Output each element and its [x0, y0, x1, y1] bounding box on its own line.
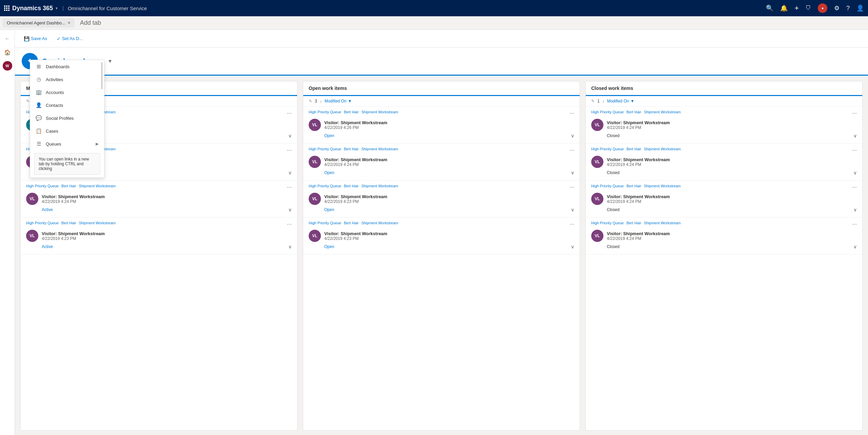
work-card[interactable]: High Priority Queue Bert Hair Shipment W… — [586, 218, 862, 254]
help-icon[interactable]: ? — [846, 5, 850, 12]
card-more-icon[interactable]: ⋯ — [570, 185, 574, 190]
card-expand-icon[interactable]: ∨ — [571, 170, 574, 175]
agent-tag[interactable]: Bert Hair — [344, 184, 359, 188]
work-card[interactable]: High Priority Queue Bert Hair Shipment W… — [303, 218, 580, 254]
work-card[interactable]: High Priority Queue Bert Hair Shipment W… — [21, 181, 297, 218]
dropdown-dashboards[interactable]: ⊞ Dashboards — [30, 60, 104, 73]
work-card[interactable]: High Priority Queue Bert Hair Shipment W… — [586, 144, 862, 181]
tab-label: Omnichannel Agent Dashbo... — [7, 20, 65, 25]
search-icon[interactable]: 🔍 — [766, 4, 773, 12]
queue-tag[interactable]: High Priority Queue — [591, 147, 624, 151]
open-items-sort-label[interactable]: Modified On ▼ — [325, 99, 352, 103]
card-more-icon[interactable]: ⋯ — [287, 185, 292, 190]
agent-tag[interactable]: Bert Hair — [61, 221, 76, 225]
dropdown-queues[interactable]: ☰ Queues ▶ — [30, 137, 104, 150]
closed-items-sort-label[interactable]: Modified On ▼ — [607, 99, 635, 103]
card-expand-icon[interactable]: ∨ — [288, 133, 292, 138]
user-icon[interactable]: 👤 — [856, 4, 864, 12]
card-expand-icon[interactable]: ∨ — [853, 170, 857, 175]
workstream-tag[interactable]: Shipment Workstream — [79, 221, 116, 225]
queue-tag[interactable]: High Priority Queue — [309, 221, 341, 225]
workstream-tag[interactable]: Shipment Workstream — [644, 110, 681, 114]
queue-tag[interactable]: High Priority Queue — [26, 184, 59, 188]
work-card[interactable]: High Priority Queue Bert Hair Shipment W… — [586, 181, 862, 218]
card-expand-icon[interactable]: ∨ — [853, 207, 857, 212]
card-expand-icon[interactable]: ∨ — [571, 244, 574, 249]
card-more-icon[interactable]: ⋯ — [287, 148, 292, 153]
dropdown-scrollbar[interactable] — [101, 60, 103, 137]
agent-tag[interactable]: Bert Hair — [344, 147, 359, 151]
card-date: 4/22/2019 4:24 PM — [607, 236, 857, 241]
card-expand-icon[interactable]: ∨ — [853, 244, 857, 249]
card-expand-icon[interactable]: ∨ — [288, 207, 292, 212]
card-more-icon[interactable]: ⋯ — [852, 222, 857, 227]
agent-tag[interactable]: Bert Hair — [344, 110, 359, 114]
card-expand-icon[interactable]: ∨ — [571, 133, 574, 138]
workstream-tag[interactable]: Shipment Workstream — [644, 221, 681, 225]
card-expand-icon[interactable]: ∨ — [288, 244, 292, 249]
visitor-avatar: VL — [591, 119, 603, 131]
card-more-icon[interactable]: ⋯ — [852, 111, 857, 116]
workstream-tag[interactable]: Shipment Workstream — [361, 221, 398, 225]
closed-items-sort-icon[interactable]: ↓ — [602, 99, 604, 103]
card-more-icon[interactable]: ⋯ — [287, 222, 292, 227]
page-title-expand-icon[interactable]: ▼ — [108, 58, 112, 64]
accounts-icon: 🏢 — [36, 89, 42, 95]
card-more-icon[interactable]: ⋯ — [570, 222, 574, 227]
queue-tag[interactable]: High Priority Queue — [309, 110, 341, 114]
workstream-tag[interactable]: Shipment Workstream — [644, 184, 681, 188]
current-tab[interactable]: Omnichannel Agent Dashbo... ✕ — [3, 18, 75, 27]
card-more-icon[interactable]: ⋯ — [287, 111, 292, 116]
dropdown-contacts[interactable]: 👤 Contacts — [30, 99, 104, 112]
dropdown-cases[interactable]: 📋 Cases — [30, 125, 104, 137]
top-nav-actions: 🔍 🔔 + ⛉ ● ⚙ ? 👤 — [766, 3, 864, 13]
save-as-button[interactable]: 💾 Save As — [20, 34, 51, 43]
card-more-icon[interactable]: ⋯ — [570, 111, 574, 116]
bell-icon[interactable]: 🔔 — [780, 4, 788, 12]
queue-tag[interactable]: High Priority Queue — [26, 221, 59, 225]
agent-tag[interactable]: Bert Hair — [61, 184, 76, 188]
workstream-tag[interactable]: Shipment Workstream — [644, 147, 681, 151]
card-more-icon[interactable]: ⋯ — [570, 148, 574, 153]
sidebar-back-button[interactable]: ← — [1, 33, 14, 45]
card-expand-icon[interactable]: ∨ — [853, 133, 857, 138]
settings-icon[interactable]: ⚙ — [834, 4, 840, 12]
queue-tag[interactable]: High Priority Queue — [591, 184, 624, 188]
agent-tag[interactable]: Bert Hair — [626, 147, 641, 151]
workstream-tag[interactable]: Shipment Workstream — [361, 110, 398, 114]
agent-tag[interactable]: Bert Hair — [626, 184, 641, 188]
plus-icon[interactable]: + — [794, 4, 799, 13]
card-status: Open — [324, 244, 334, 249]
work-card[interactable]: High Priority Queue Bert Hair Shipment W… — [21, 218, 297, 254]
card-more-icon[interactable]: ⋯ — [852, 185, 857, 190]
queue-tag[interactable]: High Priority Queue — [591, 221, 624, 225]
queue-tag[interactable]: High Priority Queue — [591, 110, 624, 114]
work-card[interactable]: High Priority Queue Bert Hair Shipment W… — [586, 107, 862, 144]
card-expand-icon[interactable]: ∨ — [288, 170, 292, 175]
workstream-tag[interactable]: Shipment Workstream — [79, 184, 116, 188]
agent-tag[interactable]: Bert Hair — [626, 221, 641, 225]
card-expand-icon[interactable]: ∨ — [571, 207, 574, 212]
workstream-tag[interactable]: Shipment Workstream — [361, 147, 398, 151]
visitor-avatar: VL — [591, 156, 603, 168]
agent-tag[interactable]: Bert Hair — [626, 110, 641, 114]
app-title[interactable]: Dynamics 365 ▼ — [12, 5, 58, 12]
work-card[interactable]: High Priority Queue Bert Hair Shipment W… — [303, 144, 580, 181]
workstream-tag[interactable]: Shipment Workstream — [361, 184, 398, 188]
set-as-default-button[interactable]: ✓ Set As D... — [53, 34, 86, 43]
card-more-icon[interactable]: ⋯ — [852, 148, 857, 153]
filter-icon[interactable]: ⛉ — [806, 5, 811, 11]
sidebar-home-item[interactable]: 🏠 — [1, 46, 14, 58]
work-card[interactable]: High Priority Queue Bert Hair Shipment W… — [303, 107, 580, 144]
app-grid-icon[interactable] — [4, 5, 9, 11]
add-tab-button[interactable]: Add tab — [77, 18, 104, 28]
queue-tag[interactable]: High Priority Queue — [309, 184, 341, 188]
tab-close-icon[interactable]: ✕ — [67, 21, 71, 25]
agent-tag[interactable]: Bert Hair — [344, 221, 359, 225]
dropdown-social-profiles[interactable]: 💬 Social Profiles — [30, 112, 104, 125]
open-items-sort-icon[interactable]: ↓ — [320, 99, 322, 103]
queue-tag[interactable]: High Priority Queue — [309, 147, 341, 151]
dropdown-accounts[interactable]: 🏢 Accounts — [30, 86, 104, 99]
dropdown-activities[interactable]: ◷ Activities — [30, 73, 104, 86]
work-card[interactable]: High Priority Queue Bert Hair Shipment W… — [303, 181, 580, 218]
